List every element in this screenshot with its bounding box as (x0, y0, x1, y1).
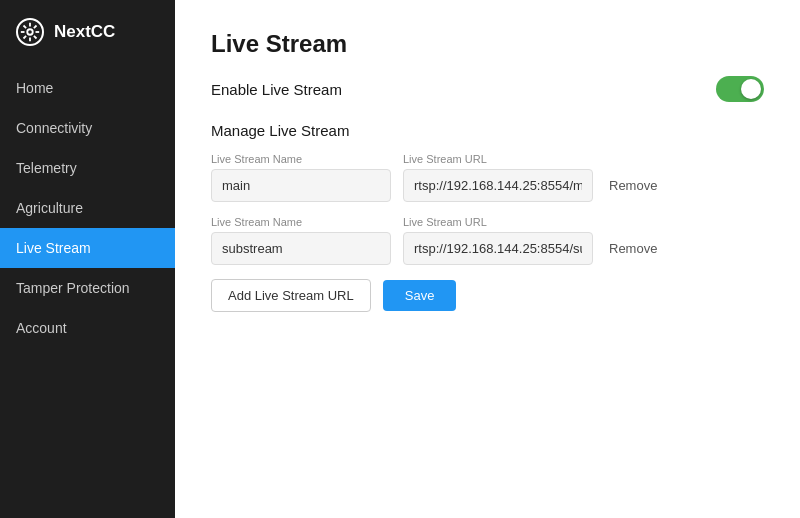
svg-line-7 (34, 26, 37, 29)
stream-name-input-1[interactable] (211, 169, 391, 202)
app-logo-icon (16, 18, 44, 46)
enable-live-stream-label: Enable Live Stream (211, 81, 342, 98)
stream-url-label-2: Live Stream URL (403, 216, 593, 228)
app-name: NextCC (54, 22, 115, 42)
toggle-thumb (741, 79, 761, 99)
remove-stream-1-button[interactable]: Remove (605, 170, 661, 201)
stream-name-group-2: Live Stream Name (211, 216, 391, 265)
sidebar-nav: Home Connectivity Telemetry Agriculture … (0, 68, 175, 348)
stream-name-input-2[interactable] (211, 232, 391, 265)
remove-stream-2-button[interactable]: Remove (605, 233, 661, 264)
stream-name-label-1: Live Stream Name (211, 153, 391, 165)
stream-row-2: Live Stream Name Live Stream URL Remove (211, 216, 764, 265)
stream-url-input-2[interactable] (403, 232, 593, 265)
sidebar-item-agriculture[interactable]: Agriculture (0, 188, 175, 228)
manage-live-stream-label: Manage Live Stream (211, 122, 764, 139)
stream-url-group-1: Live Stream URL (403, 153, 593, 202)
sidebar-item-account[interactable]: Account (0, 308, 175, 348)
stream-row-1: Live Stream Name Live Stream URL Remove (211, 153, 764, 202)
stream-url-input-1[interactable] (403, 169, 593, 202)
add-live-stream-button[interactable]: Add Live Stream URL (211, 279, 371, 312)
sidebar-item-telemetry[interactable]: Telemetry (0, 148, 175, 188)
toggle-track[interactable] (716, 76, 764, 102)
page-title: Live Stream (211, 30, 764, 58)
sidebar-item-tamper-protection[interactable]: Tamper Protection (0, 268, 175, 308)
svg-point-0 (27, 29, 33, 35)
svg-line-8 (24, 36, 27, 39)
svg-line-5 (24, 26, 27, 29)
svg-line-6 (34, 36, 37, 39)
sidebar-logo: NextCC (0, 0, 175, 64)
action-row: Add Live Stream URL Save (211, 279, 764, 312)
stream-name-group-1: Live Stream Name (211, 153, 391, 202)
enable-live-stream-row: Enable Live Stream (211, 76, 764, 102)
sidebar-item-live-stream[interactable]: Live Stream (0, 228, 175, 268)
sidebar-item-connectivity[interactable]: Connectivity (0, 108, 175, 148)
sidebar: NextCC Home Connectivity Telemetry Agric… (0, 0, 175, 518)
enable-live-stream-toggle[interactable] (716, 76, 764, 102)
sidebar-item-home[interactable]: Home (0, 68, 175, 108)
save-button[interactable]: Save (383, 280, 457, 311)
stream-name-label-2: Live Stream Name (211, 216, 391, 228)
stream-url-label-1: Live Stream URL (403, 153, 593, 165)
stream-url-group-2: Live Stream URL (403, 216, 593, 265)
main-content: Live Stream Enable Live Stream Manage Li… (175, 0, 800, 518)
